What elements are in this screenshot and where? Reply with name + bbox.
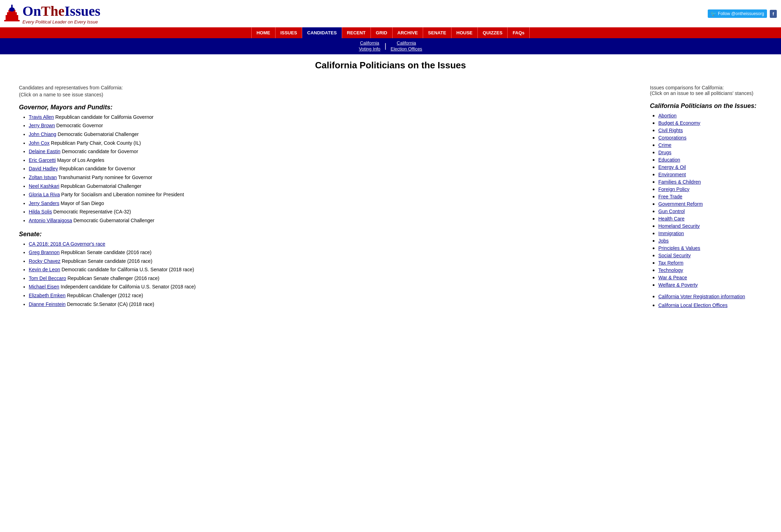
politician-link[interactable]: John Chiang [29, 131, 56, 137]
issue-link-families[interactable]: Families & Children [658, 179, 701, 185]
list-item: Dianne Feinstein Democratic Sr.Senator (… [29, 301, 636, 308]
facebook-button[interactable]: f [770, 10, 777, 18]
issue-link-welfare[interactable]: Welfare & Poverty [658, 282, 698, 288]
svg-rect-0 [6, 15, 18, 21]
issue-link-budget[interactable]: Budget & Economy [658, 120, 700, 126]
politician-desc: Republican candidate for California Gove… [54, 114, 154, 120]
politician-link[interactable]: John Cox [29, 140, 49, 146]
list-item: Eric Garcetti Mayor of Los Angeles [29, 157, 636, 164]
issue-link-drugs[interactable]: Drugs [658, 150, 671, 155]
issue-link-immigration[interactable]: Immigration [658, 231, 684, 236]
right-section-header: California Politicians on the Issues: [650, 102, 762, 110]
politician-link[interactable]: David Hadley [29, 166, 58, 171]
section-header-senate: Senate: [19, 231, 636, 238]
politician-desc: Republican Senate candidate (2016 race) [60, 250, 151, 255]
politician-link[interactable]: Dianne Feinstein [29, 301, 66, 307]
nav-recent[interactable]: RECENT [342, 27, 371, 38]
nav-faqs[interactable]: FAQs [508, 27, 530, 38]
nav-archive[interactable]: ARCHIVE [393, 27, 423, 38]
politician-link[interactable]: Zoltan Istvan [29, 175, 57, 180]
list-item: Neel Kashkari Republican Gubernatorial C… [29, 183, 636, 190]
page-title: California Politicians on the Issues [8, 60, 773, 71]
subnav-election-offices[interactable]: CaliforniaElection Offices [390, 40, 422, 52]
list-item: Gloria La Riva Party for Socialism and L… [29, 191, 636, 198]
issue-link-principles[interactable]: Principles & Values [658, 245, 700, 251]
nav-home[interactable]: HOME [251, 27, 276, 38]
twitter-label: Follow @ontheissuesorg [718, 11, 764, 16]
politician-desc: Democratic candidate for California U.S.… [60, 267, 194, 272]
issue-link-war-peace[interactable]: War & Peace [658, 275, 687, 280]
issue-link-free-trade[interactable]: Free Trade [658, 194, 682, 199]
left-subtitle2: (Click on a name to see issue stances) [19, 92, 636, 97]
voter-registration-link[interactable]: California Voter Registration informatio… [658, 294, 745, 299]
politician-link[interactable]: Michael Eisen [29, 284, 59, 289]
issue-link-crime[interactable]: Crime [658, 142, 671, 148]
nav-quizzes[interactable]: QUIZZES [478, 27, 508, 38]
politician-link[interactable]: CA 2018: 2018 CA Governor's race [29, 241, 105, 247]
issue-link-jobs[interactable]: Jobs [658, 238, 669, 244]
sub-nav: CaliforniaVoting Info | CaliforniaElecti… [0, 38, 781, 54]
capitol-icon [4, 5, 20, 22]
nav-candidates[interactable]: CANDIDATES [302, 27, 342, 38]
politician-desc: Party for Socialism and Liberation nomin… [60, 192, 184, 197]
list-item: Environment [658, 171, 762, 177]
politician-link[interactable]: Elizabeth Emken [29, 293, 66, 298]
nav-issues[interactable]: ISSUES [276, 27, 303, 38]
issue-link-energy[interactable]: Energy & Oil [658, 164, 686, 170]
list-item: Greg Brannon Republican Senate candidate… [29, 249, 636, 256]
politician-link[interactable]: Tom Del Beccaro [29, 275, 66, 281]
politician-link[interactable]: Antonio Villaraigosa [29, 218, 72, 223]
issue-link-homeland[interactable]: Homeland Security [658, 223, 700, 229]
logo-wrapper: OnTheIssues Every Political Leader on Ev… [22, 3, 100, 25]
nav-grid[interactable]: GRID [371, 27, 393, 38]
politician-link[interactable]: Rocky Chavez [29, 258, 60, 264]
issue-link-gov-reform[interactable]: Government Reform [658, 201, 703, 207]
list-item: Health Care [658, 216, 762, 221]
issues-list: Abortion Budget & Economy Civil Rights C… [650, 112, 762, 288]
politician-link[interactable]: Delaine Eastin [29, 149, 60, 154]
issue-link-foreign-policy[interactable]: Foreign Policy [658, 186, 690, 192]
issue-link-technology[interactable]: Technology [658, 267, 683, 273]
politician-desc: Republican candidate for Governor [58, 166, 135, 171]
list-item: Principles & Values [658, 245, 762, 251]
list-item: Hilda Solis Democratic Representative (C… [29, 209, 636, 216]
politician-desc: Transhumanist Party nominee for Governor [57, 175, 152, 180]
issue-link-tax-reform[interactable]: Tax Reform [658, 260, 684, 266]
politician-link[interactable]: Jerry Sanders [29, 200, 59, 206]
politician-link[interactable]: Travis Allen [29, 114, 54, 120]
issue-link-gun-control[interactable]: Gun Control [658, 209, 685, 214]
section-header-gov: Governor, Mayors and Pundits: [19, 104, 636, 111]
site-header: OnTheIssues Every Political Leader on Ev… [0, 0, 781, 27]
politician-link[interactable]: Greg Brannon [29, 250, 60, 255]
politician-link[interactable]: Kevin de Leon [29, 267, 60, 272]
subnav-voting-info[interactable]: CaliforniaVoting Info [359, 40, 380, 52]
list-item: Welfare & Poverty [658, 282, 762, 288]
svg-rect-4 [11, 5, 13, 10]
politician-link[interactable]: Neel Kashkari [29, 183, 59, 189]
issue-link-education[interactable]: Education [658, 157, 680, 163]
issue-link-civil-rights[interactable]: Civil Rights [658, 128, 683, 133]
list-item: John Cox Republican Party Chair, Cook Co… [29, 140, 636, 147]
issue-link-health-care[interactable]: Health Care [658, 216, 685, 221]
list-item: Government Reform [658, 201, 762, 207]
list-item: Immigration [658, 230, 762, 236]
svg-point-5 [11, 5, 13, 6]
issue-link-corporations[interactable]: Corporations [658, 135, 686, 141]
list-item: Abortion [658, 112, 762, 118]
issue-link-social-security[interactable]: Social Security [658, 253, 691, 258]
politician-link[interactable]: Jerry Brown [29, 123, 55, 128]
list-item: Technology [658, 267, 762, 273]
politician-desc: Democratic Representative (CA-32) [52, 209, 131, 214]
politician-link[interactable]: Eric Garcetti [29, 157, 56, 163]
politician-link[interactable]: Hilda Solis [29, 209, 52, 214]
politician-desc: Republican Challenger (2012 race) [66, 293, 143, 298]
list-item: Crime [658, 142, 762, 148]
nav-senate[interactable]: SENATE [423, 27, 451, 38]
twitter-follow-button[interactable]: 🐦 Follow @ontheissuesorg [708, 9, 767, 18]
issue-link-environment[interactable]: Environment [658, 172, 686, 177]
issue-link-abortion[interactable]: Abortion [658, 113, 677, 118]
list-item: Elizabeth Emken Republican Challenger (2… [29, 292, 636, 299]
nav-house[interactable]: HOUSE [451, 27, 478, 38]
election-offices-link[interactable]: California Local Election Offices [658, 302, 727, 308]
politician-link[interactable]: Gloria La Riva [29, 192, 60, 197]
